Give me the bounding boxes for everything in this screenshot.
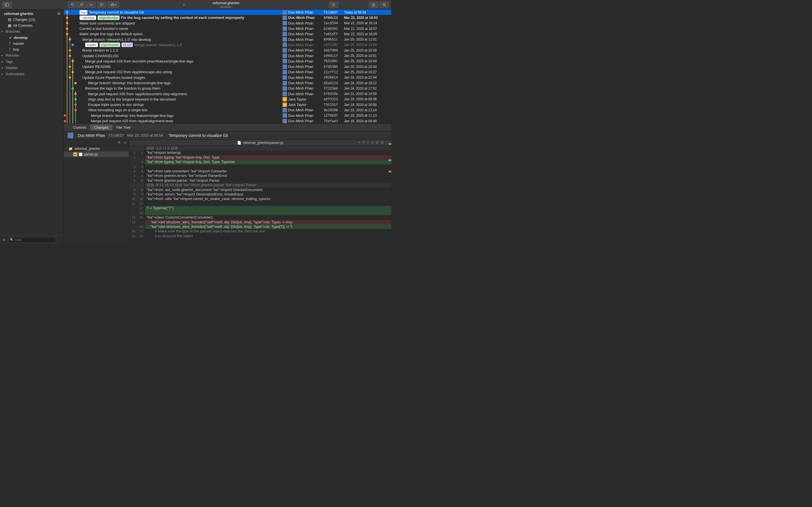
commit-message: Merge pull request #25 from rayjolt/alig…: [91, 119, 173, 123]
search-button[interactable]: [379, 1, 389, 8]
commit-date: Today at 08:54: [344, 10, 389, 14]
commit-row[interactable]: Merge pull request #30 from rayjolt/docu…: [64, 91, 391, 96]
refresh-button[interactable]: [329, 1, 338, 8]
commit-message: Update Azure Pipelines hosted images: [82, 75, 145, 80]
commit-author: Duc-Minh Phan: [78, 133, 105, 138]
commit-row[interactable]: tmp Temporary commit to visualize Git Du…: [64, 10, 391, 15]
commit-message: Merge pull request #32 from rayjolt/esca…: [85, 70, 172, 74]
commit-row[interactable]: Bump version to 1.1.0 Duc-Minh Phan 945f…: [64, 48, 391, 53]
diff-line: 12T = TypeVar("T"): [129, 206, 391, 210]
sidebar-toggle-button[interactable]: [2, 1, 12, 8]
undo-button[interactable]: [68, 1, 77, 8]
commit-hash: b249391: [324, 27, 344, 31]
sidebar-branch-develop[interactable]: ✓develop: [0, 35, 63, 41]
sidebar-section-submodules[interactable]: ▸Submodules: [0, 71, 63, 77]
diff-opt-icon[interactable]: ⇤: [358, 140, 361, 145]
sidebar-item-all-commits[interactable]: ▦ All Commits: [0, 22, 63, 29]
commit-hash: e0f3323: [324, 97, 344, 101]
commit-row[interactable]: Allow formatting tags on a single line D…: [64, 107, 391, 113]
redo-button[interactable]: [77, 1, 87, 8]
diff-opt-icon[interactable]: 垂: [380, 140, 384, 145]
sidebar-branch-master[interactable]: ᚶmaster: [0, 41, 63, 47]
file-tree-folder[interactable]: ▾ 📁 reformat_gherkin: [64, 146, 129, 152]
file-tree-file[interactable]: M 📄 parser.py: [64, 152, 129, 157]
commit-message: Update CHANGELOG: [82, 54, 119, 58]
commit-row[interactable]: Merge branch 'develop' into feature/sing…: [64, 113, 391, 118]
commit-row[interactable]: Merge branch 'release/v1.1.0' into devel…: [64, 37, 391, 42]
sidebar-section-stashes[interactable]: ▾Stashes: [0, 65, 63, 71]
commit-date: Jan 18, 2020 at 09:48: [344, 119, 389, 123]
diff-opt-icon[interactable]: ≡: [367, 140, 369, 145]
commit-header: Duc-Minh Phan f51d837 Mar 25, 2020 at 08…: [64, 131, 391, 140]
diff-opt-icon[interactable]: ⊞: [376, 140, 378, 145]
commit-row[interactable]: Align step text to the longest keyword i…: [64, 97, 391, 102]
diff-opt-icon[interactable]: ¶: [363, 140, 365, 145]
avatar: [283, 54, 287, 58]
gear-icon[interactable]: ⚙: [57, 11, 61, 16]
sidebar-section-remotes[interactable]: ▸Remotes: [0, 52, 63, 59]
commit-hash: c6f1282: [324, 43, 344, 47]
commit-row[interactable]: Merge branch 'develop' into feature/sing…: [64, 80, 391, 86]
branch-icon: ᚶ: [9, 47, 11, 52]
tab-changes[interactable]: Changes: [90, 124, 112, 130]
filter-input[interactable]: [8, 237, 56, 243]
commit-row[interactable]: Update README Duc-Minh Phan 67d5385 Jan …: [64, 64, 391, 69]
diff-content[interactable]: @@ -1,6 +1,6 @@11"kw">import textwrap2"k…: [129, 146, 391, 244]
commit-row[interactable]: Merge pull request #32 from rayjolt/esca…: [64, 69, 391, 75]
branch-badge: origin/master: [100, 43, 120, 47]
commit-hash: de10398: [324, 108, 344, 112]
repo-title[interactable]: reformat-gherkin develop ⌄: [187, 0, 266, 9]
avatar: [283, 48, 287, 53]
commit-row[interactable]: Escape triple quotes in doc strings JT J…: [64, 102, 391, 107]
list-icon[interactable]: ≡: [124, 140, 126, 145]
diff-opt-icon[interactable]: ⇉: [371, 140, 373, 145]
skip-button[interactable]: [87, 1, 96, 8]
sidebar-repo-name[interactable]: reformat-gherkin ⚙: [0, 11, 63, 17]
commit-author: Duc-Minh Phan: [288, 75, 324, 80]
sidebar-section-branches[interactable]: ▾Branches: [0, 29, 63, 35]
commit-hash: 570d19e: [324, 92, 344, 96]
sidebar-item-label: All Commits: [13, 23, 33, 27]
modified-icon: M: [73, 152, 77, 156]
commit-message: Merge branch 'develop' into feature/sing…: [88, 81, 171, 85]
commit-row[interactable]: Make single line tags the default option…: [64, 31, 391, 37]
avatar: [283, 113, 287, 118]
tab-commit[interactable]: Commit: [69, 124, 90, 130]
tab-file-tree[interactable]: File Tree: [112, 124, 135, 130]
stash-button[interactable]: ▾: [108, 1, 119, 8]
commit-author: Duc-Minh Phan: [288, 119, 324, 123]
commit-row[interactable]: Update CHANGELOG Duc-Minh Phan a90d11f J…: [64, 53, 391, 58]
diff-line: 44"kw">from cattr.converters "kw">import…: [129, 169, 391, 173]
svg-rect-0: [5, 3, 9, 6]
commit-message: Escape triple quotes in doc strings: [88, 103, 144, 107]
new-branch-button[interactable]: +: [97, 1, 107, 8]
sidebar-branch-tmp[interactable]: ᚶtmp: [0, 47, 63, 52]
commit-row[interactable]: masterorigin/masterv1.1.0 Merge branch '…: [64, 42, 391, 48]
add-button[interactable]: +: [2, 237, 6, 242]
sidebar-item-changes[interactable]: ▤ Changes (13): [0, 17, 63, 22]
diff-file-path: reformat_gherkin/parser.py: [243, 141, 283, 145]
commit-row[interactable]: Update Azure Pipelines hosted images Duc…: [64, 75, 391, 80]
commit-row[interactable]: Merge pull request #29 from ducminh-phan…: [64, 59, 391, 64]
share-button[interactable]: [369, 1, 378, 8]
commit-author: Duc-Minh Phan: [288, 108, 324, 112]
diff-line: 88"kw">from .ast_node.gherkin_document "…: [129, 187, 391, 192]
commit-row[interactable]: Remove the tags in the function to group…: [64, 86, 391, 91]
commit-date: Jan 19, 2020 at 11:13: [344, 114, 389, 117]
commit-list[interactable]: tmp Temporary commit to visualize Git Du…: [64, 10, 391, 123]
file-icon: 📄: [237, 141, 241, 145]
commit-row[interactable]: Correct a test function's name Duc-Minh …: [64, 26, 391, 31]
avatar: [283, 26, 287, 31]
commit-row[interactable]: Make sure comments are stripped Duc-Minh…: [64, 20, 391, 26]
commit-row[interactable]: developorigin/develop Fix the bug caused…: [64, 15, 391, 20]
commit-message: Align step text to the longest keyword i…: [88, 97, 175, 101]
diff-line: @@ -8,11 +8,13 @@ "kw">from gherkin.pars…: [129, 183, 391, 187]
commit-author: Duc-Minh Phan: [288, 15, 324, 20]
commit-row[interactable]: Merge pull request #25 from rayjolt/alig…: [64, 118, 391, 123]
sidebar-section-tags[interactable]: ▸Tags: [0, 59, 63, 65]
eye-icon[interactable]: 👁: [117, 140, 121, 145]
commit-hash: d5a4123: [324, 81, 344, 85]
commit-hash: 735255f: [324, 103, 344, 107]
repo-branch-label: develop: [220, 5, 232, 8]
commit-message: Correct a test function's name: [80, 26, 128, 31]
